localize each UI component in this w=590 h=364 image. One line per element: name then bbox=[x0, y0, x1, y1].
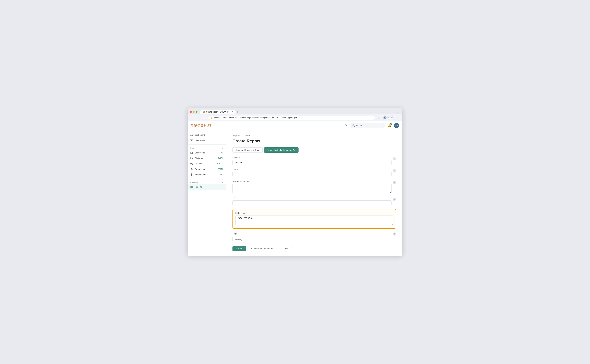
section-collapse-icon-2[interactable]: ∧ bbox=[222, 181, 223, 184]
sidebar-item-citations-count: 24272 bbox=[218, 157, 223, 159]
sidebar-collapse-button[interactable]: ‹ bbox=[214, 123, 219, 128]
maximize-traffic-light[interactable] bbox=[196, 111, 198, 113]
sidebar-item-citations[interactable]: Citations 24272 bbox=[188, 156, 226, 161]
svg-point-4 bbox=[192, 163, 193, 163]
header-search-bar[interactable]: 🔍 bbox=[350, 123, 385, 128]
molecules-label: Molecules* bbox=[235, 212, 393, 214]
breadcrumb-separator: > bbox=[241, 134, 242, 136]
url-help-icon[interactable]: ? bbox=[393, 198, 396, 201]
new-tab-button[interactable]: + bbox=[235, 110, 239, 114]
molecules-box: Molecules* CNP0228556.0 bbox=[233, 209, 396, 229]
reload-button[interactable]: ↻ bbox=[202, 116, 207, 120]
breadcrumb-current: Create bbox=[244, 134, 250, 136]
forward-button[interactable]: → bbox=[196, 116, 201, 120]
reports-icon bbox=[190, 186, 193, 188]
address-bar[interactable]: 🔒 coconut.naturalproducts.net/dashboard/… bbox=[208, 116, 375, 120]
title-help-icon[interactable]: ? bbox=[393, 169, 396, 172]
sidebar-item-collections[interactable]: Collections 63 bbox=[188, 150, 226, 156]
choose-field-row: Choose MoleculeCollectionCitationOrganis… bbox=[233, 156, 396, 165]
close-traffic-light[interactable] bbox=[190, 111, 192, 113]
home-icon bbox=[190, 134, 193, 136]
content-area: Reports > Create Create Report Request C… bbox=[226, 130, 402, 256]
svg-line-7 bbox=[191, 164, 192, 164]
sidebar-divider-2 bbox=[188, 179, 226, 179]
browser-menu-button[interactable]: ⋮ bbox=[396, 116, 400, 120]
browser-tab[interactable]: 🥥 Create Report - COCONUT ✕ bbox=[201, 110, 235, 114]
section-collapse-icon[interactable]: ∧ bbox=[222, 147, 223, 150]
profile-button[interactable]: 👤 Guest bbox=[383, 115, 394, 120]
search-input[interactable] bbox=[356, 124, 383, 127]
url-field-row: URL ? bbox=[233, 197, 396, 206]
url-label: URL bbox=[233, 197, 391, 200]
sidebar-item-user-views[interactable]: User Views bbox=[188, 138, 226, 143]
tab-request-changes[interactable]: Request Changes to Data bbox=[233, 147, 263, 153]
choose-select-wrapper: MoleculeCollectionCitationOrganism bbox=[233, 160, 391, 165]
choose-label: Choose bbox=[233, 156, 391, 159]
tags-section: Tags ? bbox=[233, 232, 396, 242]
sidebar-reporting-section: Reporting ∧ bbox=[188, 180, 226, 184]
evidence-textarea[interactable] bbox=[233, 184, 391, 193]
title-input[interactable] bbox=[233, 172, 391, 177]
collections-icon bbox=[190, 151, 193, 154]
sidebar-item-molecules-label: Molecules bbox=[195, 162, 215, 165]
sidebar-item-organisms-label: Organisms bbox=[195, 168, 216, 170]
notification-badge: 0 bbox=[389, 123, 392, 125]
tags-input[interactable] bbox=[233, 237, 396, 242]
breadcrumb-reports-link[interactable]: Reports bbox=[233, 134, 240, 136]
tab-report-synthetic[interactable]: Report Synthetic Compound(s) bbox=[264, 147, 298, 153]
sidebar-item-collections-count: 63 bbox=[221, 152, 223, 154]
breadcrumb: Reports > Create bbox=[233, 134, 396, 136]
molecules-icon bbox=[190, 162, 193, 165]
tab-label: Create Report - COCONUT bbox=[206, 111, 230, 113]
sidebar-item-collections-label: Collections bbox=[195, 151, 220, 154]
profile-label: Guest bbox=[388, 117, 393, 119]
profile-icon: 👤 bbox=[383, 116, 387, 119]
tab-close-button[interactable]: ✕ bbox=[231, 111, 233, 113]
tags-help-icon[interactable]: ? bbox=[393, 233, 396, 236]
tags-label: Tags bbox=[233, 233, 237, 235]
back-button[interactable]: ← bbox=[190, 116, 194, 120]
sidebar-item-dashboard[interactable]: Dashboard bbox=[188, 132, 226, 138]
copy-icon[interactable]: ⧉ bbox=[344, 123, 348, 128]
sidebar-item-organisms-count: 55252 bbox=[218, 168, 223, 170]
svg-point-5 bbox=[192, 164, 193, 165]
citations-icon bbox=[190, 157, 193, 160]
sidebar-divider-1 bbox=[188, 144, 226, 145]
geo-icon bbox=[190, 173, 193, 176]
filter-icon bbox=[190, 139, 193, 142]
evidence-field-row: Evidence/Comment ? bbox=[233, 180, 396, 194]
notification-button[interactable]: 🔔 0 bbox=[387, 123, 392, 128]
sidebar-item-geo-locations-count: 2653 bbox=[219, 174, 223, 176]
minimize-traffic-light[interactable] bbox=[193, 111, 195, 113]
choose-select[interactable]: MoleculeCollectionCitationOrganism bbox=[233, 160, 391, 165]
sidebar-item-reports[interactable]: Reports bbox=[188, 184, 226, 190]
sidebar-item-molecules[interactable]: Molecules 695133 bbox=[188, 161, 226, 166]
window-menu-icon[interactable]: ⌄ bbox=[395, 110, 400, 113]
sidebar-item-geo-locations[interactable]: Geo Locations 2653 bbox=[188, 172, 226, 177]
evidence-help-icon[interactable]: ? bbox=[393, 181, 396, 184]
user-avatar[interactable]: SK bbox=[394, 123, 399, 128]
sidebar-item-geo-locations-label: Geo Locations bbox=[195, 173, 217, 176]
molecules-textarea[interactable]: CNP0228556.0 bbox=[235, 215, 393, 225]
url-text: coconut.naturalproducts.net/dashboard/re… bbox=[214, 117, 297, 119]
sidebar-item-citations-label: Citations bbox=[195, 157, 216, 159]
tab-favicon: 🥥 bbox=[203, 111, 205, 113]
url-input[interactable] bbox=[233, 201, 391, 206]
app-logo[interactable]: CCNUT bbox=[191, 123, 212, 128]
page-title: Create Report bbox=[233, 138, 396, 143]
organisms-icon bbox=[190, 168, 193, 171]
sidebar-item-molecules-count: 695133 bbox=[217, 162, 223, 165]
choose-help-icon[interactable]: ? bbox=[393, 157, 396, 160]
action-buttons: Create Create & create another Cancel bbox=[233, 246, 396, 251]
title-required: * bbox=[237, 168, 238, 171]
cancel-button[interactable]: Cancel bbox=[279, 246, 293, 251]
svg-rect-0 bbox=[191, 152, 193, 154]
sidebar-item-organisms[interactable]: Organisms 55252 bbox=[188, 166, 226, 172]
sidebar: Dashboard User Views Data ∧ bbox=[188, 130, 226, 256]
create-button[interactable]: Create bbox=[233, 246, 246, 251]
title-label: Title* bbox=[233, 168, 391, 171]
title-field-row: Title* ? bbox=[233, 168, 396, 177]
browser-search-button[interactable]: ⌕ bbox=[377, 116, 381, 120]
create-another-button[interactable]: Create & create another bbox=[247, 246, 277, 251]
sidebar-item-user-views-label: User Views bbox=[195, 139, 223, 142]
